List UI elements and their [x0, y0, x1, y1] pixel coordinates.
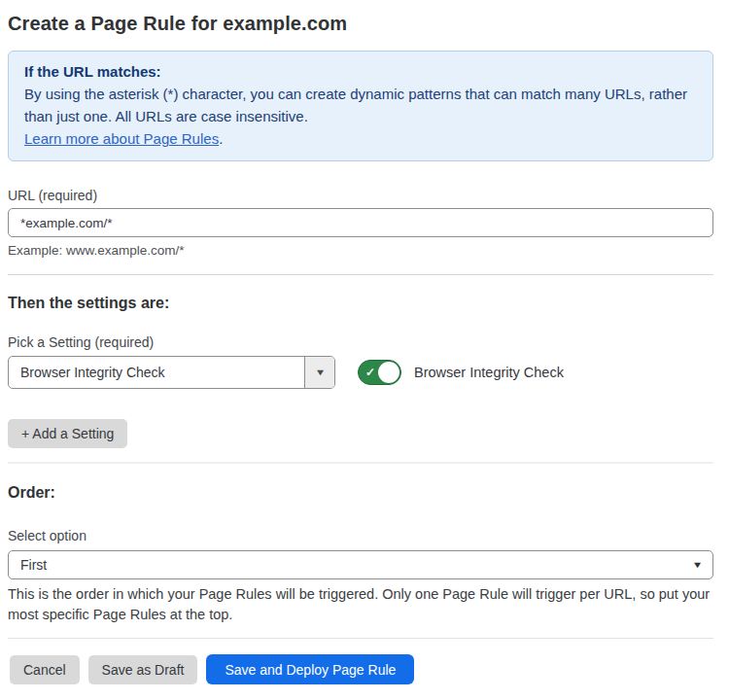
- save-draft-button[interactable]: Save as Draft: [88, 655, 198, 684]
- pick-setting-label: Pick a Setting (required): [8, 334, 713, 350]
- setting-row: Browser Integrity Check ▼ ✓ Browser Inte…: [8, 356, 713, 389]
- divider: [8, 462, 713, 464]
- toggle-group: ✓ Browser Integrity Check: [358, 360, 564, 385]
- url-label: URL (required): [8, 188, 713, 203]
- order-select[interactable]: First ▼: [8, 550, 713, 579]
- info-box-body: By using the asterisk (*) character, you…: [24, 83, 697, 127]
- browser-integrity-toggle[interactable]: ✓: [358, 360, 401, 385]
- create-page-rule-form: Create a Page Rule for example.com If th…: [0, 0, 729, 684]
- check-icon: ✓: [365, 366, 375, 379]
- divider: [8, 274, 713, 275]
- add-setting-button[interactable]: + Add a Setting: [8, 419, 127, 448]
- url-match-info-box: If the URL matches: By using the asteris…: [8, 51, 713, 161]
- cancel-button[interactable]: Cancel: [10, 655, 80, 684]
- order-select-value: First: [20, 557, 47, 573]
- info-box-heading: If the URL matches:: [24, 60, 697, 83]
- setting-dropdown[interactable]: Browser Integrity Check ▼: [8, 356, 335, 389]
- toggle-label: Browser Integrity Check: [414, 365, 564, 380]
- link-suffix: .: [219, 130, 223, 147]
- settings-section-heading: Then the settings are:: [8, 295, 713, 312]
- info-link-line: Learn more about Page Rules.: [24, 127, 697, 150]
- footer-actions: Cancel Save as Draft Save and Deploy Pag…: [8, 654, 713, 684]
- order-section-heading: Order:: [8, 484, 713, 502]
- order-helper-text: This is the order in which your Page Rul…: [8, 584, 713, 625]
- url-example-helper: Example: www.example.com/*: [8, 243, 713, 258]
- toggle-knob: [378, 362, 399, 383]
- select-option-label: Select option: [8, 528, 713, 543]
- select-arrow-icon: ▼: [692, 560, 704, 570]
- save-deploy-button[interactable]: Save and Deploy Page Rule: [206, 654, 414, 684]
- setting-dropdown-value: Browser Integrity Check: [9, 357, 304, 388]
- divider: [8, 638, 713, 639]
- page-title: Create a Page Rule for example.com: [8, 13, 713, 35]
- url-input[interactable]: [8, 208, 713, 237]
- chevron-down-icon: ▼: [314, 368, 326, 377]
- learn-more-link[interactable]: Learn more about Page Rules: [24, 130, 219, 147]
- setting-dropdown-arrow-button[interactable]: ▼: [304, 357, 334, 388]
